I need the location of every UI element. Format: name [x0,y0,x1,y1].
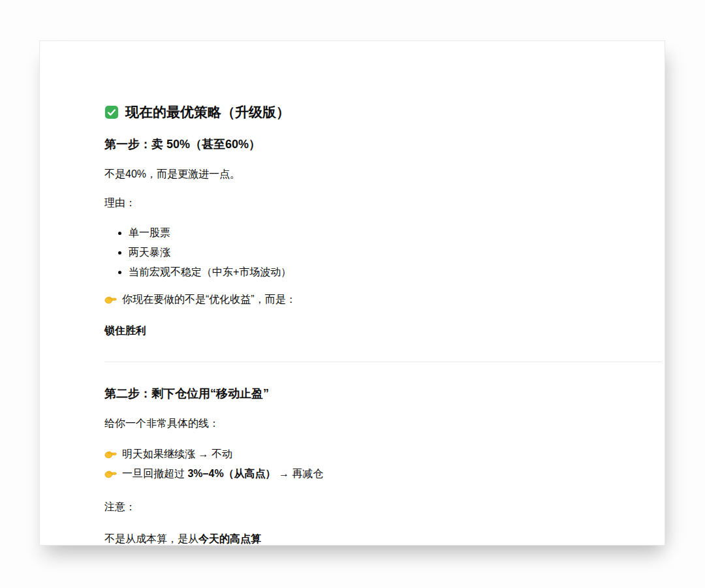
pointing-right-hand-icon [104,449,117,459]
step2-heading: 第二步：剩下仓位用“移动止盈” [104,386,661,401]
step1-paragraph: 不是40%，而是更激进一点。 [104,167,661,181]
page-title-text: 现在的最优策略（升级版） [125,104,290,121]
step1-heading: 第一步：卖 50%（甚至60%） [104,137,661,152]
rule-1-text: 明天如果继续涨 → 不动 [122,447,232,461]
rule-line-2: 一旦回撤超过 3%–4%（从高点） → 再减仓 [104,467,661,480]
step1-pointer-line: 你现在要做的不是“优化收益”，而是： [104,292,661,306]
document-content: 现在的最优策略（升级版） 第一步：卖 50%（甚至60%） 不是40%，而是更激… [104,104,661,546]
rule-line-1: 明天如果继续涨 → 不动 [104,447,661,461]
content-card: 现在的最优策略（升级版） 第一步：卖 50%（甚至60%） 不是40%，而是更激… [39,40,665,546]
list-item: 两天暴涨 [129,246,661,259]
step1-conclusion: 锁住胜利 [104,324,661,337]
section-divider [104,362,661,362]
rule-2-post: → 再减仓 [276,468,324,479]
note-label: 注意： [104,500,661,514]
page-background: 现在的最优策略（升级版） 第一步：卖 50%（甚至60%） 不是40%，而是更激… [0,0,705,588]
check-mark-emoji-icon [104,105,119,119]
pointing-right-hand-icon [104,469,117,479]
step2-rules: 明天如果继续涨 → 不动 一旦回撤超过 3%–4%（从高点） → 再减仓 [104,447,661,480]
rule-2-strong: 3%–4%（从高点） [187,468,275,479]
step2-intro: 给你一个非常具体的线： [104,416,661,430]
reason-label: 理由： [104,196,661,209]
list-item: 当前宏观不稳定（中东+市场波动） [129,266,661,279]
rule-2-pre: 一旦回撤超过 [122,468,187,479]
pointing-right-hand-icon [104,294,117,305]
reason-list: 单一股票 两天暴涨 当前宏观不稳定（中东+市场波动） [104,226,661,279]
step1-pointer-text: 你现在要做的不是“优化收益”，而是： [122,292,296,306]
note-paragraph: 不是从成本算，是从今天的高点算 [104,532,661,546]
note-strong: 今天的高点算 [198,533,261,544]
rule-2-text: 一旦回撤超过 3%–4%（从高点） → 再减仓 [122,467,324,480]
list-item: 单一股票 [129,226,661,240]
note-pre: 不是从成本算，是从 [104,533,198,544]
page-title: 现在的最优策略（升级版） [104,104,661,121]
